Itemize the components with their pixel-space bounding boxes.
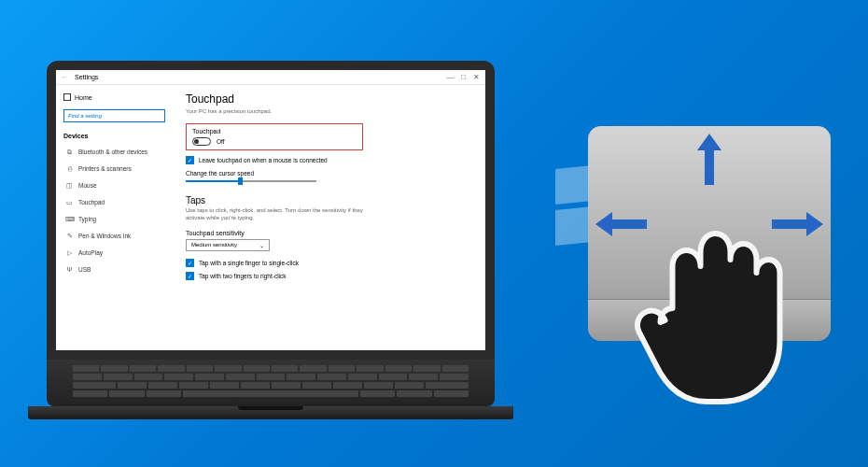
minimize-icon[interactable]: — [446,73,454,81]
sidebar-item-mouse[interactable]: ◫Mouse [63,178,165,192]
maximize-icon[interactable]: □ [461,73,466,81]
cursor-speed-label: Change the cursor speed [186,170,472,177]
sidebar-item-autoplay[interactable]: ▷AutoPlay [63,246,165,260]
settings-window: ← Settings — □ ✕ Home Find a setting Dev… [56,70,485,350]
tap-two-label: Tap with two fingers to right-click [199,273,287,279]
sidebar-item-typing[interactable]: ⌨Typing [63,212,165,226]
page-title: Touchpad [186,92,472,106]
taps-description: Use taps to click, right-click, and sele… [186,207,372,222]
back-icon[interactable]: ← [62,74,71,80]
leave-on-label: Leave touchpad on when a mouse is connec… [199,157,328,163]
sidebar-item-usb[interactable]: ΨUSB [63,262,165,276]
sidebar-item-printers[interactable]: ⎙Printers & scanners [63,162,165,176]
touchpad-toggle-highlight: Touchpad Off [186,123,363,150]
settings-content: Touchpad Your PC has a precision touchpa… [173,85,485,350]
tap-single-checkbox[interactable]: ✓ [186,259,194,267]
sidebar-item-bluetooth[interactable]: ⧉Bluetooth & other devices [63,145,165,159]
sidebar-item-touchpad[interactable]: ▭Touchpad [63,195,165,209]
section-devices: Devices [63,133,165,139]
cursor-speed-slider[interactable] [186,180,316,182]
tap-single-label: Tap with a single finger to single-click [199,260,299,266]
settings-sidebar: Home Find a setting Devices ⧉Bluetooth &… [56,85,173,350]
bluetooth-icon: ⧉ [65,148,74,156]
laptop-illustration: ← Settings — □ ✕ Home Find a setting Dev… [28,61,513,425]
search-input[interactable]: Find a setting [63,109,165,122]
page-subtitle: Your PC has a precision touchpad. [186,108,472,114]
keyboard-icon: ⌨ [65,215,74,223]
autoplay-icon: ▷ [65,248,74,257]
sensitivity-label: Touchpad sensitivity [186,230,472,236]
hand-icon [628,215,791,411]
toggle-label: Touchpad [192,128,357,134]
chevron-down-icon: ⌄ [259,242,264,248]
touchpad-icon: ▭ [65,198,74,206]
home-icon [63,93,71,101]
window-title: Settings [75,74,98,80]
mouse-icon: ◫ [65,181,74,190]
leave-on-checkbox[interactable]: ✓ [186,156,194,164]
sensitivity-dropdown[interactable]: Medium sensitivity ⌄ [186,239,270,251]
home-label: Home [75,94,92,101]
tap-two-checkbox[interactable]: ✓ [186,272,194,280]
pen-icon: ✎ [65,232,74,240]
printer-icon: ⎙ [65,164,74,173]
taps-heading: Taps [186,195,472,205]
touchpad-gesture-illustration [588,126,831,341]
close-icon[interactable]: ✕ [473,73,480,81]
usb-icon: Ψ [65,265,74,274]
touchpad-toggle[interactable] [192,137,211,146]
toggle-value: Off [217,138,225,145]
home-nav[interactable]: Home [63,91,165,104]
sidebar-item-pen[interactable]: ✎Pen & Windows Ink [63,229,165,243]
